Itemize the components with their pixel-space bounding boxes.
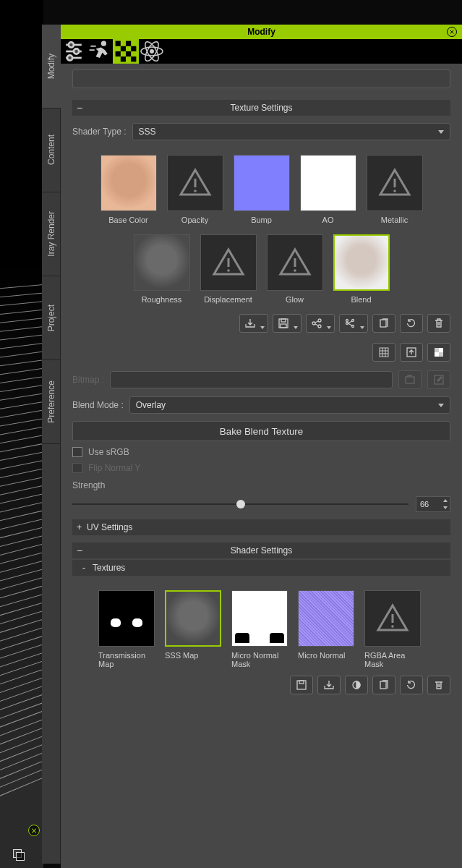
modifier-settings-button[interactable] <box>61 39 87 64</box>
texture-blend[interactable]: Blend <box>333 234 390 304</box>
reload-shader-tex-button[interactable] <box>400 676 423 694</box>
textures-subsection-header[interactable]: - Textures <box>72 560 450 576</box>
svg-rect-17 <box>121 56 126 61</box>
svg-rect-13 <box>121 46 126 51</box>
share-all-button[interactable] <box>339 314 368 333</box>
toolbar <box>61 39 462 64</box>
rail-drag-handle[interactable]: ············ <box>42 444 60 475</box>
svg-point-34 <box>312 322 315 325</box>
panel-content: − Texture Settings Shader Type : SSS Bas… <box>61 64 462 868</box>
reload-texture-button[interactable] <box>400 314 423 333</box>
copy-texture-button[interactable] <box>372 314 395 333</box>
side-tab-modify[interactable]: Modify <box>42 25 61 109</box>
panel-title: Modify <box>61 25 462 39</box>
chevron-down-icon <box>438 130 444 134</box>
adjust-shader-tex-button[interactable] <box>345 676 368 694</box>
svg-rect-11 <box>116 41 121 46</box>
texture-bump[interactable]: Bump <box>234 155 290 224</box>
texture-micro-normal[interactable]: Micro Normal <box>298 590 354 668</box>
texture-rgba-area-mask[interactable]: RGBA Area Mask <box>364 590 421 668</box>
strength-spinner[interactable]: 66 <box>416 496 450 512</box>
viewport-background <box>0 0 43 868</box>
svg-rect-33 <box>281 324 286 328</box>
strength-label: Strength <box>72 480 450 490</box>
shader-type-value: SSS <box>139 127 156 137</box>
use-srgb-label: Use sRGB <box>88 447 129 457</box>
svg-rect-60 <box>297 681 306 689</box>
motion-button[interactable] <box>87 39 113 64</box>
expand-panels-icon[interactable] <box>13 849 25 861</box>
svg-rect-46 <box>380 348 388 357</box>
share-texture-button[interactable] <box>306 314 335 333</box>
texture-settings-header[interactable]: − Texture Settings <box>72 100 450 116</box>
section-label: Texture Settings <box>230 103 292 113</box>
side-tab-project[interactable]: Project <box>42 276 61 360</box>
svg-rect-45 <box>380 320 386 327</box>
left-rail: ModifyContentIray RenderProjectPreferenc… <box>42 25 61 864</box>
edit-bitmap-button <box>427 370 450 389</box>
delete-shader-tex-button[interactable] <box>427 676 450 694</box>
fit-view-button[interactable] <box>400 343 423 362</box>
material-slot[interactable] <box>72 69 450 88</box>
svg-point-36 <box>318 325 321 328</box>
svg-point-26 <box>393 190 396 192</box>
bitmap-input[interactable] <box>110 371 393 388</box>
use-srgb-checkbox[interactable] <box>72 447 82 457</box>
texture-transmission-map[interactable]: Transmission Map <box>98 590 155 668</box>
svg-point-6 <box>67 55 72 60</box>
svg-point-59 <box>391 625 394 628</box>
channels-button[interactable] <box>427 343 450 362</box>
svg-rect-16 <box>126 51 131 56</box>
strength-value: 66 <box>416 500 441 509</box>
collapse-icon: - <box>82 560 85 576</box>
textures-sub-label: Textures <box>93 563 125 573</box>
close-panel-icon[interactable] <box>446 26 458 38</box>
svg-rect-56 <box>406 377 414 383</box>
save-shader-tex-button[interactable] <box>290 676 313 694</box>
side-tab-content[interactable]: Content <box>42 109 61 192</box>
side-tab-iray-render[interactable]: Iray Render <box>42 192 61 276</box>
svg-rect-63 <box>380 681 386 689</box>
shader-settings-header[interactable]: − Shader Settings <box>72 542 450 558</box>
svg-line-43 <box>348 321 352 323</box>
texture-metallic[interactable]: Metallic <box>367 155 423 224</box>
svg-point-35 <box>318 319 321 322</box>
svg-rect-57 <box>435 375 443 384</box>
grid-view-button[interactable] <box>372 343 395 362</box>
texture-roughness[interactable]: Roughness <box>134 234 190 304</box>
bitmap-label: Bitmap : <box>72 375 104 385</box>
texture-base-color[interactable]: Base Color <box>100 155 157 224</box>
import-shader-tex-button[interactable] <box>317 676 341 694</box>
blend-mode-select[interactable]: Overlay <box>129 396 450 414</box>
texture-button[interactable] <box>113 39 139 64</box>
svg-point-30 <box>294 269 296 272</box>
slider-thumb[interactable] <box>236 500 245 509</box>
svg-rect-12 <box>126 41 131 46</box>
svg-rect-52 <box>435 348 439 352</box>
texture-sss-map[interactable]: SSS Map <box>165 590 221 668</box>
svg-rect-32 <box>281 319 286 322</box>
spinner-down-icon[interactable] <box>441 504 450 511</box>
side-tab-preference[interactable]: Preference <box>42 360 61 444</box>
svg-point-2 <box>69 42 74 47</box>
bake-blend-texture-button[interactable]: Bake Blend Texture <box>72 421 450 441</box>
copy-shader-tex-button[interactable] <box>372 676 395 694</box>
physics-button[interactable] <box>139 39 165 64</box>
viewport-close-icon[interactable] <box>28 825 40 836</box>
texture-opacity[interactable]: Opacity <box>167 155 223 224</box>
save-texture-button[interactable] <box>273 314 301 333</box>
texture-micro-normal-mask[interactable]: Micro Normal Mask <box>231 590 288 668</box>
texture-ao[interactable]: AO <box>300 155 356 224</box>
uv-settings-header[interactable]: + UV Settings <box>72 519 450 535</box>
import-texture-button[interactable] <box>239 314 268 333</box>
texture-displacement[interactable]: Displacement <box>200 234 257 304</box>
shader-type-select[interactable]: SSS <box>132 123 451 140</box>
spinner-up-icon[interactable] <box>441 497 450 504</box>
svg-line-37 <box>315 321 318 323</box>
delete-texture-button[interactable] <box>427 314 450 333</box>
svg-rect-54 <box>435 352 439 357</box>
texture-glow[interactable]: Glow <box>267 234 323 304</box>
texture-grid: Base ColorOpacityBumpAOMetallicRoughness… <box>72 155 450 304</box>
flip-normal-y-checkbox <box>72 463 82 473</box>
strength-slider[interactable] <box>72 503 408 505</box>
